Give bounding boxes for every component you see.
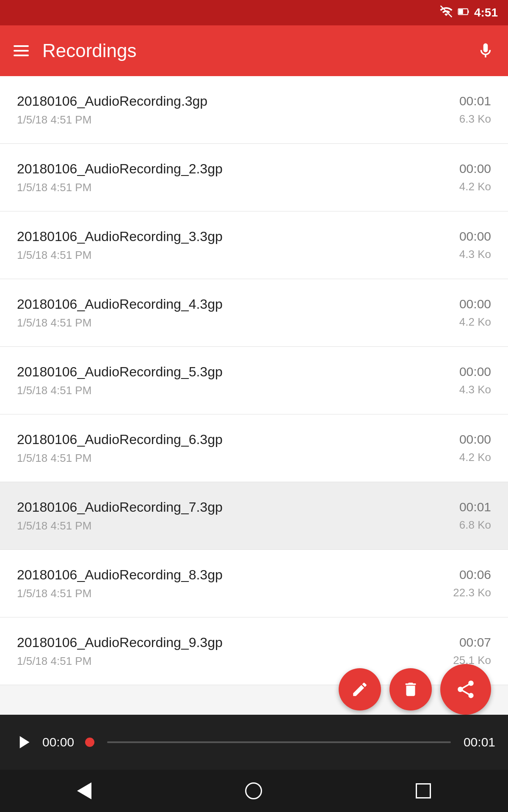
- recording-duration: 00:00: [459, 229, 491, 244]
- recording-item-7[interactable]: 20180106_AudioRecording_7.3gp 1/5/18 4:5…: [0, 482, 508, 550]
- recording-name: 20180106_AudioRecording.3gp: [17, 93, 207, 109]
- svg-rect-3: [459, 9, 463, 14]
- recording-date: 1/5/18 4:51 PM: [17, 181, 223, 194]
- recording-meta: 00:06 22.3 Ko: [453, 568, 491, 599]
- recording-item-4[interactable]: 20180106_AudioRecording_4.3gp 1/5/18 4:5…: [0, 279, 508, 347]
- recording-date: 1/5/18 4:51 PM: [17, 587, 223, 600]
- player-time-right: 00:01: [464, 735, 495, 749]
- recording-list: 20180106_AudioRecording.3gp 1/5/18 4:51 …: [0, 76, 508, 685]
- hamburger-menu-button[interactable]: [14, 45, 29, 56]
- recording-info: 20180106_AudioRecording.3gp 1/5/18 4:51 …: [17, 93, 207, 126]
- recording-duration: 00:00: [459, 162, 491, 176]
- app-bar: Recordings: [0, 25, 508, 76]
- recording-meta: 00:00 4.2 Ko: [459, 297, 491, 329]
- recording-item-3[interactable]: 20180106_AudioRecording_3.3gp 1/5/18 4:5…: [0, 211, 508, 279]
- back-nav-button[interactable]: [77, 782, 91, 799]
- recording-info: 20180106_AudioRecording_2.3gp 1/5/18 4:5…: [17, 161, 223, 194]
- recording-name: 20180106_AudioRecording_4.3gp: [17, 296, 223, 312]
- recording-info: 20180106_AudioRecording_7.3gp 1/5/18 4:5…: [17, 499, 223, 532]
- recording-date: 1/5/18 4:51 PM: [17, 249, 223, 262]
- recording-date: 1/5/18 4:51 PM: [17, 113, 207, 126]
- recording-name: 20180106_AudioRecording_2.3gp: [17, 161, 223, 177]
- play-button[interactable]: [13, 732, 34, 753]
- share-fab-button[interactable]: [440, 664, 491, 715]
- home-icon: [245, 782, 262, 799]
- recording-date: 1/5/18 4:51 PM: [17, 655, 223, 668]
- recording-name: 20180106_AudioRecording_8.3gp: [17, 567, 223, 583]
- signal-x-icon: [439, 5, 453, 21]
- recording-meta: 00:01 6.3 Ko: [459, 94, 491, 126]
- recording-item-6[interactable]: 20180106_AudioRecording_6.3gp 1/5/18 4:5…: [0, 414, 508, 482]
- player-progress-bar[interactable]: [107, 741, 451, 743]
- mic-button[interactable]: [477, 42, 494, 60]
- recording-item-5[interactable]: 20180106_AudioRecording_5.3gp 1/5/18 4:5…: [0, 347, 508, 414]
- recording-size: 4.2 Ko: [459, 180, 491, 193]
- delete-fab-button[interactable]: [389, 668, 432, 710]
- recording-name: 20180106_AudioRecording_6.3gp: [17, 432, 223, 447]
- back-icon: [77, 782, 91, 799]
- recording-date: 1/5/18 4:51 PM: [17, 452, 223, 465]
- edit-fab-button[interactable]: [339, 668, 381, 710]
- status-icons: 4:51: [439, 5, 498, 21]
- recording-duration: 00:07: [459, 635, 491, 650]
- recording-name: 20180106_AudioRecording_5.3gp: [17, 364, 223, 380]
- recording-size: 4.3 Ko: [459, 248, 491, 261]
- recording-meta: 00:01 6.8 Ko: [459, 500, 491, 532]
- recording-duration: 00:01: [459, 94, 491, 108]
- fab-area: [339, 664, 491, 715]
- recording-size: 6.8 Ko: [459, 518, 491, 532]
- svg-rect-2: [468, 11, 469, 13]
- recording-name: 20180106_AudioRecording_3.3gp: [17, 229, 223, 244]
- recording-size: 22.3 Ko: [453, 586, 491, 599]
- home-nav-button[interactable]: [245, 782, 262, 799]
- recording-info: 20180106_AudioRecording_9.3gp 1/5/18 4:5…: [17, 635, 223, 668]
- recording-size: 4.2 Ko: [459, 451, 491, 464]
- recording-item-8[interactable]: 20180106_AudioRecording_8.3gp 1/5/18 4:5…: [0, 550, 508, 617]
- player-bar: 00:00 00:01: [0, 715, 508, 770]
- recording-date: 1/5/18 4:51 PM: [17, 519, 223, 532]
- recording-size: 4.2 Ko: [459, 315, 491, 329]
- recording-duration: 00:00: [459, 432, 491, 447]
- status-bar: 4:51: [0, 0, 508, 25]
- status-time: 4:51: [474, 6, 498, 19]
- recording-meta: 00:00 4.2 Ko: [459, 432, 491, 464]
- recording-info: 20180106_AudioRecording_4.3gp 1/5/18 4:5…: [17, 296, 223, 329]
- recording-info: 20180106_AudioRecording_3.3gp 1/5/18 4:5…: [17, 229, 223, 262]
- recording-duration: 00:00: [459, 365, 491, 379]
- app-title: Recordings: [42, 40, 463, 61]
- recents-icon: [416, 783, 431, 798]
- recording-meta: 00:00 4.3 Ko: [459, 365, 491, 396]
- recording-date: 1/5/18 4:51 PM: [17, 316, 223, 329]
- recording-item-2[interactable]: 20180106_AudioRecording_2.3gp 1/5/18 4:5…: [0, 144, 508, 211]
- recording-info: 20180106_AudioRecording_6.3gp 1/5/18 4:5…: [17, 432, 223, 465]
- recording-info: 20180106_AudioRecording_8.3gp 1/5/18 4:5…: [17, 567, 223, 600]
- rec-dot: [85, 738, 94, 747]
- recording-duration: 00:06: [459, 568, 491, 582]
- recording-name: 20180106_AudioRecording_9.3gp: [17, 635, 223, 650]
- battery-icon: [457, 5, 470, 20]
- recording-meta: 00:07 25.1 Ko: [453, 635, 491, 667]
- recording-size: 6.3 Ko: [459, 112, 491, 126]
- recording-date: 1/5/18 4:51 PM: [17, 384, 223, 397]
- recording-size: 4.3 Ko: [459, 383, 491, 396]
- nav-bar: [0, 770, 508, 812]
- recording-meta: 00:00 4.3 Ko: [459, 229, 491, 261]
- recording-name: 20180106_AudioRecording_7.3gp: [17, 499, 223, 515]
- recording-duration: 00:01: [459, 500, 491, 514]
- recording-info: 20180106_AudioRecording_5.3gp 1/5/18 4:5…: [17, 364, 223, 397]
- recording-meta: 00:00 4.2 Ko: [459, 162, 491, 193]
- player-time-left: 00:00: [42, 735, 74, 749]
- recording-duration: 00:00: [459, 297, 491, 311]
- recording-item-1[interactable]: 20180106_AudioRecording.3gp 1/5/18 4:51 …: [0, 76, 508, 144]
- recents-nav-button[interactable]: [416, 783, 431, 798]
